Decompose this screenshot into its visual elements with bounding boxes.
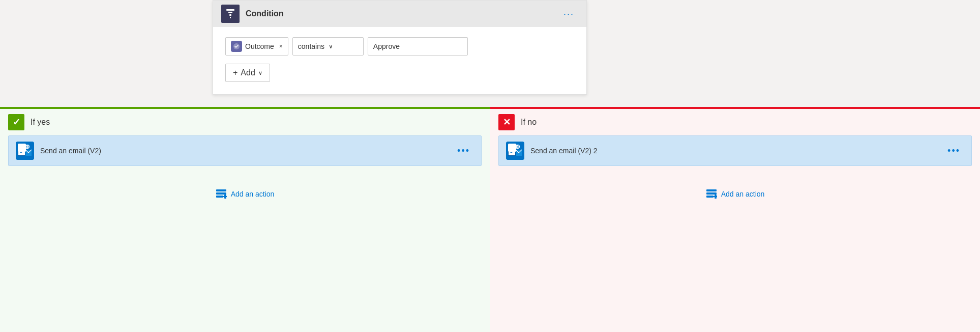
branch-yes-icon: ✓ <box>8 114 24 130</box>
svg-rect-2 <box>229 14 231 16</box>
branch-no-icon: ✕ <box>498 114 515 130</box>
svg-rect-24 <box>713 196 717 197</box>
svg-text:O: O <box>516 144 520 150</box>
svg-rect-0 <box>226 9 234 11</box>
outcome-icon <box>231 41 242 52</box>
outcome-label: Outcome <box>245 42 274 50</box>
branch-yes-title: If yes <box>31 118 50 127</box>
svg-text:o: o <box>19 148 23 154</box>
add-action-no-icon <box>706 187 717 200</box>
outcome-remove-button[interactable]: × <box>279 43 283 50</box>
svg-rect-20 <box>706 189 717 191</box>
branch-no-header: ✕ If no <box>490 109 980 135</box>
svg-rect-7 <box>18 146 25 155</box>
outlook-icon-yes: o O <box>16 142 34 160</box>
branches: ✓ If yes o O Send an email (V2) <box>0 107 980 332</box>
svg-rect-12 <box>216 196 223 198</box>
svg-text:O: O <box>25 144 30 150</box>
outlook-svg-yes: o O <box>16 142 34 160</box>
action-card-yes[interactable]: o O Send an email (V2) ••• <box>8 135 482 166</box>
add-action-yes-button[interactable]: Add an action <box>0 181 490 206</box>
branch-yes-header: ✓ If yes <box>0 109 490 135</box>
svg-rect-17 <box>509 146 515 155</box>
add-condition-button[interactable]: + Add ∨ <box>225 64 270 82</box>
add-action-no-svg <box>706 187 717 199</box>
condition-card: Condition ··· Outcome × contains ∨ <box>213 0 587 95</box>
action-card-no[interactable]: o O Send an email (V2) 2 ••• <box>498 135 972 166</box>
add-action-yes-label: Add an action <box>231 190 275 198</box>
svg-rect-11 <box>216 192 226 195</box>
action-card-no-left: o O Send an email (V2) 2 <box>506 142 598 160</box>
svg-rect-1 <box>228 12 232 13</box>
svg-text:o: o <box>510 148 513 154</box>
add-action-yes-icon <box>216 187 227 200</box>
condition-title: Condition <box>246 9 284 18</box>
chevron-down-icon: ∨ <box>329 43 333 50</box>
action-yes-more-button[interactable]: ••• <box>453 144 474 158</box>
add-chevron-icon: ∨ <box>258 70 262 76</box>
outcome-icon-svg <box>233 43 240 50</box>
outcome-chip[interactable]: Outcome × <box>225 37 288 56</box>
add-action-no-label: Add an action <box>721 190 765 198</box>
contains-label: contains <box>298 42 324 50</box>
plus-icon: + <box>233 68 237 77</box>
condition-body: Outcome × contains ∨ + Add ∨ <box>213 27 586 94</box>
action-card-yes-left: o O Send an email (V2) <box>16 142 101 160</box>
outlook-icon-no: o O <box>506 142 524 160</box>
branch-no: ✕ If no o O Send an email (V2) 2 <box>490 107 980 332</box>
svg-rect-22 <box>706 196 714 198</box>
condition-icon <box>221 5 240 23</box>
svg-rect-14 <box>223 196 227 197</box>
svg-rect-21 <box>706 192 717 195</box>
branch-yes: ✓ If yes o O Send an email (V2) <box>0 107 490 332</box>
action-no-more-button[interactable]: ••• <box>943 144 964 158</box>
branch-no-title: If no <box>521 118 537 127</box>
svg-rect-10 <box>216 189 226 191</box>
outlook-svg-no: o O <box>506 142 524 160</box>
condition-row: Outcome × contains ∨ <box>225 37 574 56</box>
svg-rect-3 <box>230 17 231 18</box>
condition-more-button[interactable]: ··· <box>559 7 578 21</box>
add-action-no-button[interactable]: Add an action <box>490 181 980 206</box>
action-no-label: Send an email (V2) 2 <box>530 147 598 155</box>
approve-input[interactable] <box>368 37 468 56</box>
add-action-yes-svg <box>216 187 227 199</box>
action-yes-label: Send an email (V2) <box>40 147 101 155</box>
contains-select[interactable]: contains ∨ <box>292 37 364 56</box>
condition-header-left: Condition <box>221 5 284 23</box>
condition-header: Condition ··· <box>213 1 586 27</box>
add-label: Add <box>241 68 255 77</box>
condition-icon-svg <box>225 8 236 19</box>
